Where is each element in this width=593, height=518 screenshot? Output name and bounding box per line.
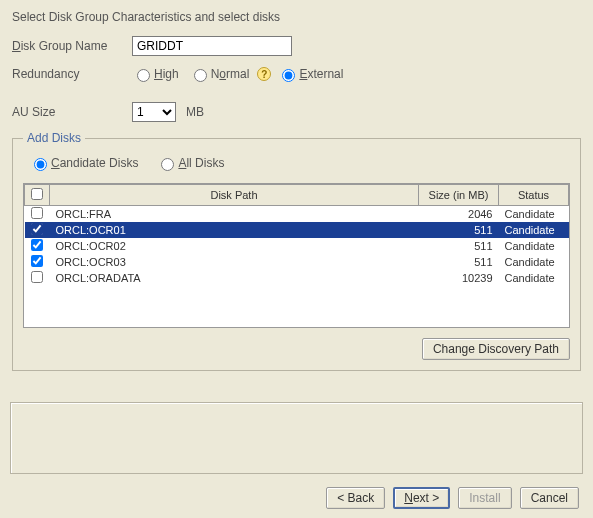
help-icon[interactable]: ? [257,67,271,81]
col-status: Status [499,185,569,206]
row-status: Candidate [499,222,569,238]
table-row[interactable]: ORCL:FRA2046Candidate [25,206,569,223]
row-checkbox[interactable] [31,255,43,267]
change-discovery-path-button[interactable]: Change Discovery Path [422,338,570,360]
row-status: Candidate [499,206,569,223]
candidate-disks-radio[interactable]: Candidate Disks [29,155,138,171]
au-size-label: AU Size [12,105,132,119]
row-checkbox[interactable] [31,271,43,283]
page-title: Select Disk Group Characteristics and se… [12,10,581,24]
select-all-checkbox[interactable] [31,188,43,200]
disk-group-name-input[interactable] [132,36,292,56]
redundancy-external-radio[interactable]: External [277,66,343,82]
message-panel [10,402,583,474]
row-size: 511 [419,222,499,238]
header-checkbox-cell[interactable] [25,185,50,206]
install-button: Install [458,487,511,509]
col-size: Size (in MB) [419,185,499,206]
redundancy-normal-radio[interactable]: Normal [189,66,250,82]
redundancy-high-radio[interactable]: High [132,66,179,82]
cancel-button[interactable]: Cancel [520,487,579,509]
row-path: ORCL:FRA [50,206,419,223]
row-path: ORCL:OCR01 [50,222,419,238]
add-disks-fieldset: Add Disks Candidate Disks All Disks Disk… [12,138,581,371]
row-size: 511 [419,238,499,254]
all-disks-radio[interactable]: All Disks [156,155,224,171]
au-size-select[interactable]: 1 [132,102,176,122]
add-disks-legend: Add Disks [23,131,85,145]
au-size-unit: MB [186,105,204,119]
table-row[interactable]: ORCL:ORADATA10239Candidate [25,270,569,286]
table-row[interactable]: ORCL:OCR02511Candidate [25,238,569,254]
row-status: Candidate [499,238,569,254]
row-path: ORCL:OCR03 [50,254,419,270]
col-disk-path: Disk Path [50,185,419,206]
row-size: 511 [419,254,499,270]
wizard-nav: < Back Next > Install Cancel [0,478,593,518]
row-checkbox[interactable] [31,239,43,251]
redundancy-label: Redundancy [12,67,132,81]
disks-table: Disk Path Size (in MB) Status ORCL:FRA20… [23,183,570,328]
row-checkbox[interactable] [31,223,43,235]
row-path: ORCL:ORADATA [50,270,419,286]
row-size: 2046 [419,206,499,223]
next-button[interactable]: Next > [393,487,450,509]
row-size: 10239 [419,270,499,286]
row-checkbox[interactable] [31,207,43,219]
disk-group-name-label: Disk Group Name [12,39,132,53]
table-row[interactable]: ORCL:OCR01511Candidate [25,222,569,238]
row-status: Candidate [499,270,569,286]
table-row[interactable]: ORCL:OCR03511Candidate [25,254,569,270]
back-button[interactable]: < Back [326,487,385,509]
row-path: ORCL:OCR02 [50,238,419,254]
row-status: Candidate [499,254,569,270]
